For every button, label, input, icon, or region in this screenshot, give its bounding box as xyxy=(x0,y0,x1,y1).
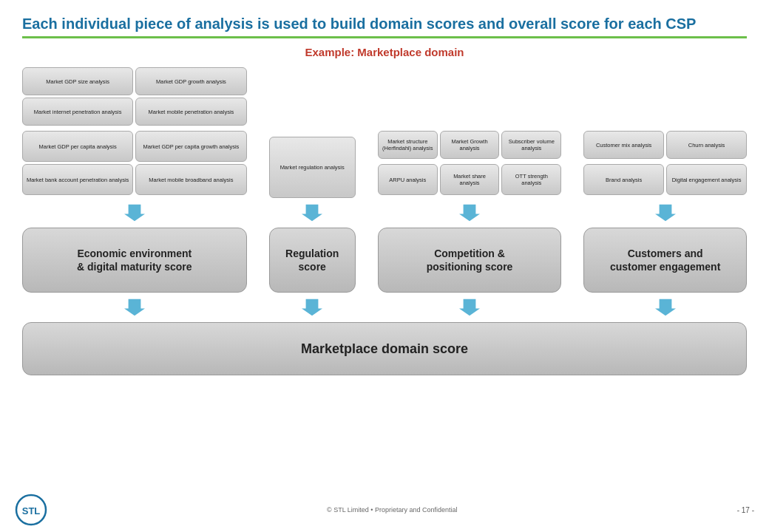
svg-marker-2 xyxy=(459,205,480,221)
col-domain-customers: Customers andcustomer engagement xyxy=(583,228,747,293)
box-brand: Brand analysis xyxy=(583,164,664,195)
page: Each individual piece of analysis is use… xyxy=(0,0,769,532)
diagram: Market GDP size analysis Market GDP grow… xyxy=(22,67,747,375)
gap-b3 xyxy=(566,297,579,318)
col-domain-regulation: Regulation score xyxy=(269,228,356,293)
arrow2-economic xyxy=(22,297,247,318)
box-gdp-growth: Market GDP growth analysis xyxy=(135,67,246,95)
title-underline xyxy=(22,36,747,38)
svg-marker-4 xyxy=(124,299,145,316)
arrow2-competition xyxy=(378,297,561,318)
box-gdp-size: Market GDP size analysis xyxy=(22,67,133,95)
box-digital: Digital engagement analysis xyxy=(666,164,747,195)
col-regulation: Market regulation analysis xyxy=(269,134,356,198)
gap-d2 xyxy=(360,228,373,293)
svg-marker-7 xyxy=(655,299,676,316)
svg-marker-1 xyxy=(302,205,322,221)
domain-competition-box: Competition &positioning score xyxy=(378,228,561,293)
svg-marker-6 xyxy=(459,299,480,316)
domain-economic-box: Economic environment& digital maturity s… xyxy=(22,228,247,293)
economic-bot-row: Market GDP per capita analysis Market GD… xyxy=(22,131,247,195)
gap-a2 xyxy=(360,202,373,223)
stl-logo-icon: STL xyxy=(15,494,47,526)
col-domain-economic: Economic environment& digital maturity s… xyxy=(22,228,247,293)
economic-top-row: Market GDP size analysis Market GDP grow… xyxy=(22,67,247,126)
box-broadband: Market mobile broadband analysis xyxy=(135,164,246,195)
arrow-customers xyxy=(583,202,747,223)
box-mkt-growth: Market Growth analysis xyxy=(440,131,500,159)
footer: STL © STL Limited • Proprietary and Conf… xyxy=(0,494,769,526)
gap-d1 xyxy=(251,228,265,293)
final-score-box: Marketplace domain score xyxy=(22,322,747,375)
svg-marker-5 xyxy=(302,299,322,316)
box-herfindahl: Market structure (Herfindahl) analysis xyxy=(378,131,438,159)
gap-d3 xyxy=(566,228,579,293)
box-bank: Market bank account penetration analysis xyxy=(22,164,133,195)
box-mobile-pen: Market mobile penetration analysis xyxy=(135,98,246,126)
arrow2-customers xyxy=(583,297,747,318)
box-gdp-capita: Market GDP per capita analysis xyxy=(22,131,133,162)
col-economic: Market GDP size analysis Market GDP grow… xyxy=(22,67,247,198)
domain-scores-row: Economic environment& digital maturity s… xyxy=(22,228,747,293)
svg-marker-3 xyxy=(655,205,676,221)
domain-regulation-box: Regulation score xyxy=(269,228,356,293)
gap-b2 xyxy=(360,297,373,318)
svg-text:STL: STL xyxy=(22,505,41,516)
arrow-economic xyxy=(22,202,247,223)
svg-marker-0 xyxy=(124,205,145,221)
analysis-boxes-row: Market GDP size analysis Market GDP grow… xyxy=(22,67,747,198)
gap-b1 xyxy=(251,297,265,318)
arrow2-regulation xyxy=(269,297,356,318)
box-arpu: ARPU analysis xyxy=(378,164,438,195)
box-regulation: Market regulation analysis xyxy=(269,137,356,198)
arrow-competition xyxy=(378,202,561,223)
arrows-row xyxy=(22,202,747,223)
box-churn: Churn analysis xyxy=(666,131,747,159)
col-customers: Customer mix analysis Churn analysis Bra… xyxy=(583,131,747,198)
cust-bot-row: Brand analysis Digital engagement analys… xyxy=(583,164,747,195)
box-gdp-capita-growth: Market GDP per capita growth analysis xyxy=(135,131,246,162)
arrows-row-2 xyxy=(22,297,747,318)
box-mktshare: Market share analysis xyxy=(440,164,500,195)
domain-customers-box: Customers andcustomer engagement xyxy=(583,228,747,293)
footer-copyright: © STL Limited • Proprietary and Confiden… xyxy=(327,506,458,514)
subtitle: Example: Marketplace domain xyxy=(22,46,747,58)
box-ott: OTT strength analysis xyxy=(501,164,561,195)
col-competition: Market structure (Herfindahl) analysis M… xyxy=(378,131,561,198)
footer-page: - 17 - xyxy=(737,506,754,514)
gap-a3 xyxy=(566,202,579,223)
arrow-regulation xyxy=(269,202,356,223)
box-custmix: Customer mix analysis xyxy=(583,131,664,159)
col-domain-competition: Competition &positioning score xyxy=(378,228,561,293)
title: Each individual piece of analysis is use… xyxy=(22,15,747,33)
cust-top-row: Customer mix analysis Churn analysis xyxy=(583,131,747,159)
gap-a1 xyxy=(251,202,265,223)
comp-top-row: Market structure (Herfindahl) analysis M… xyxy=(378,131,561,159)
box-internet-pen: Market internet penetration analysis xyxy=(22,98,133,126)
comp-bot-row: ARPU analysis Market share analysis OTT … xyxy=(378,164,561,195)
box-subscriber: Subscriber volume analysis xyxy=(501,131,561,159)
